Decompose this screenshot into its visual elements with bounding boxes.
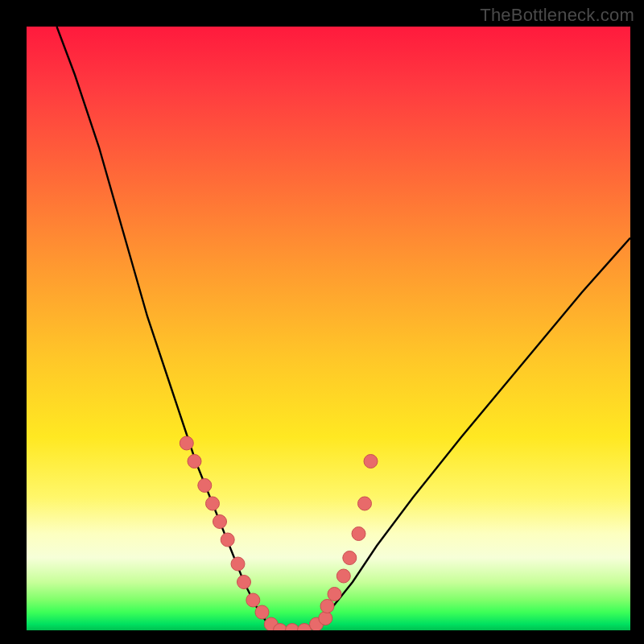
marker-dot <box>298 624 312 631</box>
marker-dot <box>255 605 269 619</box>
marker-dot <box>180 436 193 450</box>
marker-dot <box>188 455 201 469</box>
marker-dot <box>246 593 260 607</box>
marker-dot <box>320 600 334 613</box>
marker-dot <box>213 515 227 529</box>
marker-dot <box>221 533 234 547</box>
marker-dot <box>231 557 245 571</box>
marker-dot <box>206 497 220 510</box>
marker-dot <box>286 624 299 631</box>
curve-path <box>57 27 631 630</box>
marker-dot <box>352 527 365 541</box>
marker-dot <box>319 612 332 625</box>
marker-dots <box>180 436 378 630</box>
marker-dot <box>328 588 341 601</box>
bottleneck-curve <box>27 27 630 630</box>
marker-dot <box>198 479 212 493</box>
chart-frame: TheBottleneck.com <box>0 0 644 644</box>
marker-dot <box>336 569 350 583</box>
marker-dot <box>364 455 378 469</box>
marker-dot <box>358 497 372 510</box>
watermark-text: TheBottleneck.com <box>480 5 634 26</box>
marker-dot <box>237 576 251 589</box>
plot-area <box>27 27 630 630</box>
marker-dot <box>343 551 357 565</box>
